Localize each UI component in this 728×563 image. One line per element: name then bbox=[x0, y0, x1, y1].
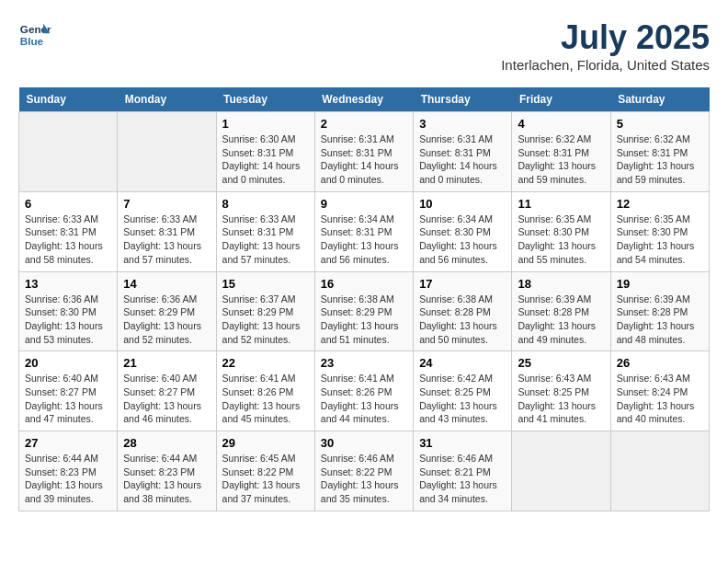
day-number: 4 bbox=[518, 117, 604, 131]
day-info: Sunrise: 6:38 AMSunset: 8:28 PMDaylight:… bbox=[419, 293, 506, 347]
day-info: Sunrise: 6:33 AMSunset: 8:31 PMDaylight:… bbox=[123, 213, 210, 267]
day-info: Sunrise: 6:30 AMSunset: 8:31 PMDaylight:… bbox=[222, 132, 309, 187]
calendar-cell: 22Sunrise: 6:41 AMSunset: 8:26 PMDayligh… bbox=[216, 351, 314, 431]
day-info: Sunrise: 6:41 AMSunset: 8:26 PMDaylight:… bbox=[321, 372, 407, 426]
day-info: Sunrise: 6:45 AMSunset: 8:22 PMDaylight:… bbox=[222, 452, 309, 506]
calendar-cell: 21Sunrise: 6:40 AMSunset: 8:27 PMDayligh… bbox=[118, 351, 216, 431]
calendar-cell: 18Sunrise: 6:39 AMSunset: 8:28 PMDayligh… bbox=[512, 271, 610, 351]
day-info: Sunrise: 6:37 AMSunset: 8:29 PMDaylight:… bbox=[222, 293, 309, 347]
calendar-cell: 26Sunrise: 6:43 AMSunset: 8:24 PMDayligh… bbox=[610, 351, 709, 431]
day-number: 28 bbox=[123, 436, 210, 450]
calendar-cell: 10Sunrise: 6:34 AMSunset: 8:30 PMDayligh… bbox=[414, 191, 512, 271]
calendar-cell: 6Sunrise: 6:33 AMSunset: 8:31 PMDaylight… bbox=[19, 191, 118, 271]
calendar-cell: 3Sunrise: 6:31 AMSunset: 8:31 PMDaylight… bbox=[414, 112, 512, 192]
day-info: Sunrise: 6:33 AMSunset: 8:31 PMDaylight:… bbox=[222, 213, 309, 267]
calendar-cell: 25Sunrise: 6:43 AMSunset: 8:25 PMDayligh… bbox=[512, 351, 610, 431]
day-info: Sunrise: 6:46 AMSunset: 8:22 PMDaylight:… bbox=[321, 452, 407, 506]
day-info: Sunrise: 6:44 AMSunset: 8:23 PMDaylight:… bbox=[123, 452, 210, 506]
day-number: 14 bbox=[123, 277, 210, 291]
calendar-week-3: 13Sunrise: 6:36 AMSunset: 8:30 PMDayligh… bbox=[19, 271, 710, 351]
day-number: 5 bbox=[617, 117, 703, 131]
logo: GeneralBlue bbox=[18, 18, 55, 52]
day-number: 19 bbox=[617, 277, 703, 291]
calendar-table: SundayMondayTuesdayWednesdayThursdayFrid… bbox=[18, 87, 710, 511]
day-number: 31 bbox=[419, 436, 506, 450]
day-number: 13 bbox=[25, 277, 111, 291]
day-info: Sunrise: 6:44 AMSunset: 8:23 PMDaylight:… bbox=[25, 452, 111, 506]
day-info: Sunrise: 6:40 AMSunset: 8:27 PMDaylight:… bbox=[123, 372, 210, 426]
day-number: 20 bbox=[25, 356, 111, 370]
day-info: Sunrise: 6:39 AMSunset: 8:28 PMDaylight:… bbox=[518, 293, 604, 347]
calendar-cell: 13Sunrise: 6:36 AMSunset: 8:30 PMDayligh… bbox=[19, 271, 118, 351]
day-number: 10 bbox=[419, 197, 506, 211]
weekday-header-sunday: Sunday bbox=[19, 87, 118, 112]
day-info: Sunrise: 6:32 AMSunset: 8:31 PMDaylight:… bbox=[617, 132, 703, 187]
day-number: 11 bbox=[518, 197, 604, 211]
day-info: Sunrise: 6:36 AMSunset: 8:30 PMDaylight:… bbox=[25, 293, 111, 347]
calendar-cell: 14Sunrise: 6:36 AMSunset: 8:29 PMDayligh… bbox=[118, 271, 216, 351]
calendar-cell: 15Sunrise: 6:37 AMSunset: 8:29 PMDayligh… bbox=[216, 271, 314, 351]
weekday-header-wednesday: Wednesday bbox=[314, 87, 413, 112]
day-info: Sunrise: 6:35 AMSunset: 8:30 PMDaylight:… bbox=[518, 213, 604, 267]
calendar-cell: 16Sunrise: 6:38 AMSunset: 8:29 PMDayligh… bbox=[314, 271, 413, 351]
calendar-cell: 12Sunrise: 6:35 AMSunset: 8:30 PMDayligh… bbox=[610, 191, 709, 271]
calendar-cell bbox=[118, 112, 216, 192]
calendar-cell: 11Sunrise: 6:35 AMSunset: 8:30 PMDayligh… bbox=[512, 191, 610, 271]
calendar-cell: 7Sunrise: 6:33 AMSunset: 8:31 PMDaylight… bbox=[118, 191, 216, 271]
weekday-header-row: SundayMondayTuesdayWednesdayThursdayFrid… bbox=[19, 87, 710, 112]
calendar-cell: 2Sunrise: 6:31 AMSunset: 8:31 PMDaylight… bbox=[314, 112, 413, 192]
day-info: Sunrise: 6:33 AMSunset: 8:31 PMDaylight:… bbox=[25, 213, 111, 267]
day-number: 16 bbox=[321, 277, 407, 291]
day-info: Sunrise: 6:39 AMSunset: 8:28 PMDaylight:… bbox=[617, 293, 703, 347]
day-info: Sunrise: 6:43 AMSunset: 8:24 PMDaylight:… bbox=[617, 372, 703, 426]
day-info: Sunrise: 6:40 AMSunset: 8:27 PMDaylight:… bbox=[25, 372, 111, 426]
day-number: 15 bbox=[222, 277, 309, 291]
month-title: July 2025 bbox=[501, 18, 710, 57]
day-number: 21 bbox=[123, 356, 210, 370]
calendar-week-5: 27Sunrise: 6:44 AMSunset: 8:23 PMDayligh… bbox=[19, 431, 710, 511]
day-number: 24 bbox=[419, 356, 506, 370]
day-info: Sunrise: 6:41 AMSunset: 8:26 PMDaylight:… bbox=[222, 372, 309, 426]
day-number: 26 bbox=[617, 356, 703, 370]
calendar-cell: 28Sunrise: 6:44 AMSunset: 8:23 PMDayligh… bbox=[118, 431, 216, 511]
page-header: GeneralBlue July 2025 Interlachen, Flori… bbox=[18, 18, 710, 73]
day-number: 12 bbox=[617, 197, 703, 211]
day-number: 23 bbox=[321, 356, 407, 370]
day-number: 22 bbox=[222, 356, 309, 370]
day-number: 29 bbox=[222, 436, 309, 450]
day-number: 9 bbox=[321, 197, 407, 211]
day-info: Sunrise: 6:32 AMSunset: 8:31 PMDaylight:… bbox=[518, 132, 604, 187]
calendar-cell: 17Sunrise: 6:38 AMSunset: 8:28 PMDayligh… bbox=[414, 271, 512, 351]
day-info: Sunrise: 6:34 AMSunset: 8:30 PMDaylight:… bbox=[419, 213, 506, 267]
day-info: Sunrise: 6:38 AMSunset: 8:29 PMDaylight:… bbox=[321, 293, 407, 347]
day-info: Sunrise: 6:36 AMSunset: 8:29 PMDaylight:… bbox=[123, 293, 210, 347]
calendar-cell: 23Sunrise: 6:41 AMSunset: 8:26 PMDayligh… bbox=[314, 351, 413, 431]
calendar-cell: 24Sunrise: 6:42 AMSunset: 8:25 PMDayligh… bbox=[414, 351, 512, 431]
location-title: Interlachen, Florida, United States bbox=[501, 57, 710, 73]
day-number: 2 bbox=[321, 117, 407, 131]
weekday-header-monday: Monday bbox=[118, 87, 216, 112]
calendar-cell: 1Sunrise: 6:30 AMSunset: 8:31 PMDaylight… bbox=[216, 112, 314, 192]
logo-icon: GeneralBlue bbox=[18, 18, 51, 52]
day-number: 17 bbox=[419, 277, 506, 291]
day-info: Sunrise: 6:46 AMSunset: 8:21 PMDaylight:… bbox=[419, 452, 506, 506]
weekday-header-saturday: Saturday bbox=[610, 87, 709, 112]
weekday-header-friday: Friday bbox=[512, 87, 610, 112]
calendar-cell: 5Sunrise: 6:32 AMSunset: 8:31 PMDaylight… bbox=[610, 112, 709, 192]
svg-text:Blue: Blue bbox=[20, 35, 44, 47]
calendar-cell bbox=[19, 112, 118, 192]
day-info: Sunrise: 6:35 AMSunset: 8:30 PMDaylight:… bbox=[617, 213, 703, 267]
weekday-header-thursday: Thursday bbox=[414, 87, 512, 112]
weekday-header-tuesday: Tuesday bbox=[216, 87, 314, 112]
calendar-week-1: 1Sunrise: 6:30 AMSunset: 8:31 PMDaylight… bbox=[19, 112, 710, 192]
day-number: 1 bbox=[222, 117, 309, 131]
day-info: Sunrise: 6:31 AMSunset: 8:31 PMDaylight:… bbox=[321, 132, 407, 187]
day-number: 8 bbox=[222, 197, 309, 211]
day-info: Sunrise: 6:31 AMSunset: 8:31 PMDaylight:… bbox=[419, 132, 506, 187]
calendar-week-4: 20Sunrise: 6:40 AMSunset: 8:27 PMDayligh… bbox=[19, 351, 710, 431]
calendar-cell: 27Sunrise: 6:44 AMSunset: 8:23 PMDayligh… bbox=[19, 431, 118, 511]
calendar-cell bbox=[610, 431, 709, 511]
title-block: July 2025 Interlachen, Florida, United S… bbox=[501, 18, 710, 73]
day-number: 30 bbox=[321, 436, 407, 450]
day-number: 27 bbox=[25, 436, 111, 450]
